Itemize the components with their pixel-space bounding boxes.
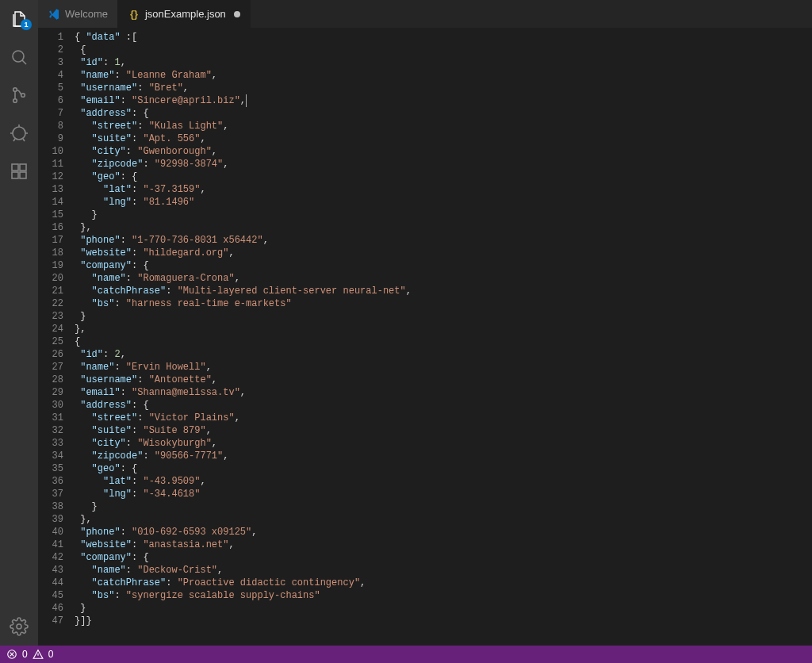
explorer-icon[interactable]: 1 (0, 0, 38, 38)
activity-bar: 1 (0, 0, 38, 646)
text-cursor (246, 94, 247, 107)
tab-json-file[interactable]: {} jsonExample.json (118, 0, 251, 28)
svg-rect-12 (12, 172, 18, 178)
tab-label: Welcome (65, 8, 108, 20)
svg-point-0 (13, 51, 24, 62)
source-control-icon[interactable] (0, 76, 38, 114)
json-braces-icon: {} (128, 8, 140, 21)
tab-welcome[interactable]: Welcome (38, 0, 118, 28)
error-icon[interactable] (6, 649, 17, 660)
explorer-badge: 1 (21, 19, 32, 30)
debug-icon[interactable] (0, 114, 38, 152)
error-count[interactable]: 0 (22, 649, 28, 660)
warning-icon[interactable] (33, 649, 44, 660)
vscode-icon (48, 8, 60, 21)
modified-dot-icon (234, 11, 240, 17)
app-root: { "tabs": [ { "label": "Welcome", "kind"… (0, 0, 812, 663)
svg-line-10 (23, 139, 25, 141)
svg-rect-11 (12, 164, 18, 171)
svg-point-3 (13, 99, 17, 103)
editor-group: Welcome {} jsonExample.json 123456789101… (38, 0, 812, 646)
status-bar: 0 0 (0, 646, 812, 663)
code-content[interactable]: { "data" :[ { "id": 1, "name": "Leanne G… (75, 28, 812, 646)
tab-bar: Welcome {} jsonExample.json (38, 0, 812, 28)
svg-line-9 (13, 139, 15, 141)
svg-point-5 (13, 127, 25, 140)
activity-bar-top: 1 (0, 0, 38, 607)
svg-rect-13 (20, 172, 26, 178)
extensions-icon[interactable] (0, 152, 38, 190)
code-editor[interactable]: 1234567891011121314151617181920212223242… (38, 28, 812, 646)
svg-point-2 (13, 88, 17, 92)
svg-point-4 (21, 94, 25, 98)
tab-label: jsonExample.json (145, 8, 226, 20)
svg-rect-14 (20, 164, 26, 171)
svg-point-15 (17, 624, 21, 629)
search-icon[interactable] (0, 38, 38, 76)
line-number-gutter: 1234567891011121314151617181920212223242… (38, 28, 75, 646)
settings-gear-icon[interactable] (0, 607, 38, 646)
svg-line-1 (22, 60, 26, 64)
warning-count[interactable]: 0 (48, 649, 54, 660)
workbench: 1 (0, 0, 812, 646)
